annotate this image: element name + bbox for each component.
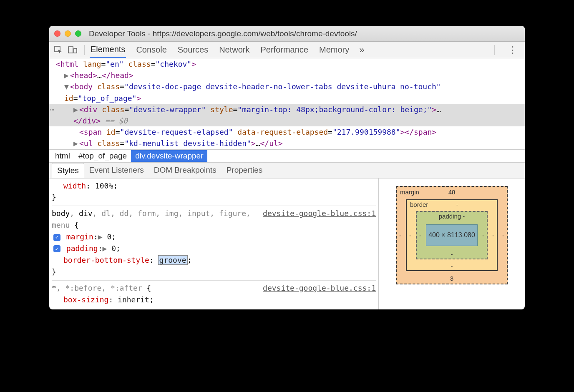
padding-left-value[interactable]: - (419, 231, 421, 239)
main-toolbar: Elements Console Sources Network Perform… (49, 42, 525, 58)
css-property-value[interactable]: 0 (107, 232, 111, 241)
crumb-selected[interactable]: div.devsite-wrapper (131, 150, 207, 162)
zoom-window-button[interactable] (75, 30, 81, 37)
tab-performance[interactable]: Performance (260, 43, 310, 57)
styles-pane[interactable]: width: 100%; } devsite-google-blue.css:1… (49, 178, 379, 310)
lower-panel: width: 100%; } devsite-google-blue.css:1… (49, 178, 525, 310)
padding-top-value[interactable]: - (463, 213, 465, 220)
crumb-body[interactable]: #top_of_page (74, 150, 131, 162)
stylesheet-source-link[interactable]: devsite-google-blue.css:1 (263, 208, 376, 219)
tab-sources[interactable]: Sources (177, 43, 209, 57)
css-property-name[interactable]: margin (66, 232, 93, 241)
disclosure-triangle-icon[interactable]: ▶ (73, 104, 79, 115)
settings-kebab-icon[interactable]: ⋮ (503, 45, 522, 55)
tab-elements[interactable]: Elements (90, 42, 126, 58)
box-model-content[interactable]: 400 × 8113.080 (426, 224, 478, 246)
disclosure-triangle-icon[interactable]: ▶ (73, 138, 79, 148)
dom-node-body[interactable]: ▼<body class="devsite-doc-page devsite-h… (49, 81, 525, 92)
box-model-pane: margin 48 3 - - border - - - - padding -… (379, 178, 525, 310)
css-property-name[interactable]: width (63, 181, 86, 190)
box-model-padding[interactable]: padding - - - - 400 × 8113.080 (416, 211, 488, 259)
padding-right-value[interactable]: - (482, 231, 484, 239)
css-rule[interactable]: width: 100%; } (52, 180, 376, 204)
subtab-dom-breakpoints[interactable]: DOM Breakpoints (149, 163, 222, 177)
expand-shorthand-icon[interactable]: ▶ (103, 244, 107, 253)
property-enable-checkbox[interactable]: ✓ (53, 234, 60, 241)
property-enable-checkbox[interactable]: ✓ (53, 245, 60, 252)
tab-memory[interactable]: Memory (318, 43, 350, 57)
traffic-lights (54, 30, 81, 37)
dom-equals-zero: == $0 (101, 116, 128, 125)
box-model-border[interactable]: border - - - - padding - - - - 400 × 811… (406, 199, 498, 271)
css-property-value[interactable]: 100% (95, 181, 113, 190)
styles-subpanel-tabs: Styles Event Listeners DOM Breakpoints P… (49, 163, 525, 178)
devtools-window: Developer Tools - https://developers.goo… (49, 26, 525, 309)
panel-tabs: Elements Console Sources Network Perform… (90, 42, 363, 58)
border-top-value[interactable]: - (456, 201, 458, 208)
disclosure-triangle-icon[interactable]: ▼ (64, 81, 70, 92)
subtab-styles[interactable]: Styles (52, 163, 84, 178)
svg-rect-1 (68, 47, 73, 53)
dom-tree[interactable]: <html lang="en" class="chekov"> ▶<head>…… (49, 58, 525, 149)
css-property-name[interactable]: border-bottom-style (63, 256, 149, 264)
padding-label: padding (439, 213, 461, 220)
border-left-value[interactable]: - (409, 231, 411, 239)
breadcrumb: html #top_of_page div.devsite-wrapper (49, 149, 525, 163)
padding-bottom-value[interactable]: - (451, 251, 453, 258)
css-rule[interactable]: devsite-google-blue.css:1 body, div, dl,… (52, 206, 376, 277)
subtab-event-listeners[interactable]: Event Listeners (84, 163, 149, 177)
margin-right-value[interactable]: - (502, 231, 504, 239)
dom-node-head[interactable]: ▶<head>…</head> (49, 70, 525, 81)
margin-label: margin (400, 188, 419, 196)
margin-top-value[interactable]: 48 (448, 188, 456, 196)
dom-node-body-cont[interactable]: id="top_of_page"> (49, 93, 525, 104)
css-property-name[interactable]: box-sizing (63, 295, 108, 304)
dom-node[interactable]: <html lang="en" class="chekov"> (49, 58, 525, 70)
device-toolbar-icon[interactable] (66, 43, 79, 57)
border-right-value[interactable]: - (492, 231, 494, 239)
box-model-margin[interactable]: margin 48 3 - - border - - - - padding -… (396, 186, 508, 284)
tab-console[interactable]: Console (135, 43, 167, 57)
more-tabs-icon[interactable]: » (359, 45, 363, 55)
window-title: Developer Tools - https://developers.goo… (89, 29, 357, 38)
css-property-value[interactable]: 0 (111, 244, 116, 253)
toolbar-separator (494, 45, 495, 55)
stylesheet-source-link[interactable]: devsite-google-blue.css:1 (263, 282, 376, 294)
expand-shorthand-icon[interactable]: ▶ (98, 232, 103, 241)
ellipsis: … (97, 71, 102, 80)
dom-node-selected-close[interactable]: </div> == $0 (49, 115, 525, 126)
close-window-button[interactable] (54, 30, 60, 37)
inspect-element-icon[interactable] (52, 43, 65, 57)
css-property-value[interactable]: inherit (118, 295, 149, 304)
crumb-html[interactable]: html (51, 150, 74, 162)
css-rule[interactable]: devsite-google-blue.css:1 *, *:before, *… (52, 280, 376, 306)
css-property-name[interactable]: padding (66, 244, 98, 253)
subtab-properties[interactable]: Properties (222, 163, 268, 177)
dom-node-ul[interactable]: ▶<ul class="kd-menulist devsite-hidden">… (49, 138, 525, 149)
dom-node-span[interactable]: <span id="devsite-request-elapsed" data-… (49, 126, 525, 138)
toolbar-separator (84, 45, 85, 55)
toolbar-right: ⋮ (490, 45, 522, 55)
css-property-value-editing[interactable]: groove (159, 256, 187, 264)
margin-bottom-value[interactable]: 3 (450, 275, 453, 282)
border-label: border (410, 201, 428, 208)
dom-node-selected[interactable]: ⋯ ▶<div class="devsite-wrapper" style="m… (49, 104, 525, 115)
margin-left-value[interactable]: - (399, 231, 401, 239)
titlebar: Developer Tools - https://developers.goo… (49, 26, 525, 42)
disclosure-triangle-icon[interactable]: ▶ (64, 70, 70, 80)
tab-network[interactable]: Network (218, 43, 250, 57)
svg-rect-2 (74, 48, 77, 53)
border-bottom-value[interactable]: - (451, 262, 453, 269)
minimize-window-button[interactable] (65, 30, 71, 37)
